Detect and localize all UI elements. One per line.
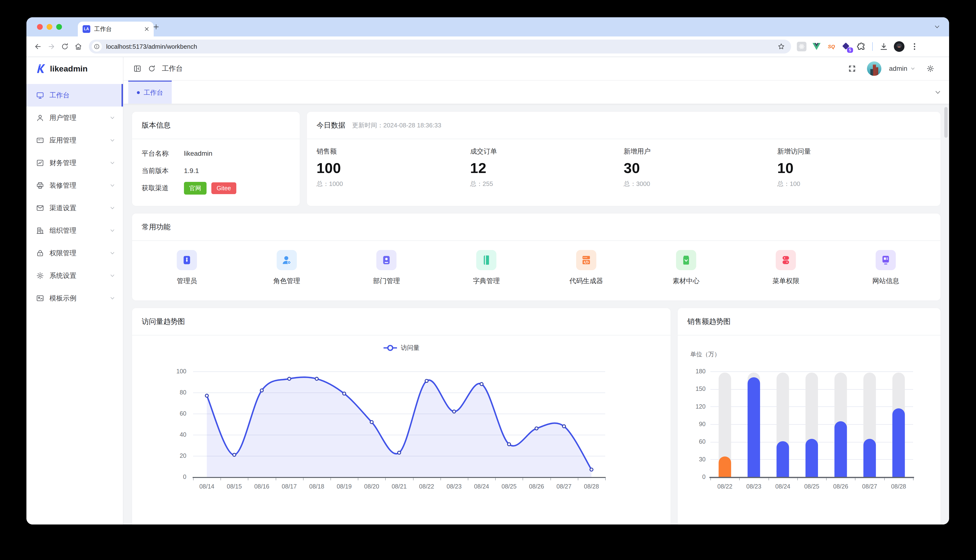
workbench-content: 版本信息 平台名称likeadmin当前版本1.9.1获取渠道官网Gitee 今… <box>124 104 949 525</box>
svg-text:08/25: 08/25 <box>804 483 819 490</box>
svg-text:20: 20 <box>180 452 186 459</box>
back-button[interactable] <box>31 40 45 53</box>
sidebar-item-组织管理[interactable]: 组织管理 <box>27 219 123 242</box>
user-icon <box>36 114 44 122</box>
browser-tab[interactable]: LA 工作台 <box>78 22 154 37</box>
quick-tile-部门管理[interactable]: 部门管理 <box>337 247 436 285</box>
page-tab-workbench[interactable]: 工作台 <box>128 81 172 103</box>
stat-value: 10 <box>777 160 931 177</box>
quick-tile-label: 菜单权限 <box>772 277 799 285</box>
sidebar-item-渠道设置[interactable]: 渠道设置 <box>27 197 123 219</box>
admin-icon <box>181 255 192 266</box>
tab-close-icon[interactable] <box>144 26 150 32</box>
charts-row: 访问量趋势图 访问量 02040608010008/1408/1508/1608… <box>132 308 941 525</box>
sidebar: likeadmin 工作台用户管理应用管理财务管理装修管理渠道设置组织管理权限管… <box>27 57 124 525</box>
forward-button[interactable] <box>45 40 58 53</box>
stat-block: 新增用户30总：3000 <box>624 147 777 188</box>
site-info-button[interactable] <box>92 42 102 52</box>
quick-tile-label: 字典管理 <box>473 277 500 285</box>
quick-tile-管理员[interactable]: 管理员 <box>137 247 237 285</box>
chevron-down-icon <box>110 205 115 211</box>
sq-extension-icon[interactable]: SQ <box>827 42 836 51</box>
quick-tile-角色管理[interactable]: 角色管理 <box>237 247 337 285</box>
svg-text:40: 40 <box>180 431 186 438</box>
active-tab-dot <box>137 91 140 94</box>
close-window-button[interactable] <box>37 24 43 30</box>
downloads-icon[interactable] <box>879 42 889 51</box>
monitor-icon <box>36 91 44 99</box>
admin-app: likeadmin 工作台用户管理应用管理财务管理装修管理渠道设置组织管理权限管… <box>27 57 949 525</box>
chevron-down-icon <box>110 115 115 121</box>
zoom-window-button[interactable] <box>56 24 62 30</box>
tabbar-chevron-down-icon[interactable] <box>934 89 941 96</box>
sidebar-item-应用管理[interactable]: 应用管理 <box>27 129 123 152</box>
quick-tile-网站信息[interactable]: 网站信息 <box>836 247 936 285</box>
svg-text:08/23: 08/23 <box>746 483 762 490</box>
version-card-title: 版本信息 <box>132 112 300 139</box>
sidebar-item-财务管理[interactable]: 财务管理 <box>27 152 123 174</box>
user-menu[interactable]: admin <box>889 65 916 72</box>
quick-tile-素材中心[interactable]: 素材中心 <box>636 247 736 285</box>
stat-total: 总：255 <box>470 180 624 188</box>
settings-button[interactable] <box>923 62 938 76</box>
channel-button-官网[interactable]: 官网 <box>184 182 207 195</box>
username: admin <box>889 65 907 72</box>
home-icon <box>74 42 82 51</box>
svg-text:120: 120 <box>695 403 705 410</box>
content-scrollbar-thumb[interactable] <box>944 107 948 138</box>
react-devtools-extension-icon[interactable] <box>797 42 806 51</box>
sidebar-item-系统设置[interactable]: 系统设置 <box>27 264 123 287</box>
quick-tile-菜单权限[interactable]: 菜单权限 <box>736 247 836 285</box>
browser-profile-avatar[interactable] <box>894 41 904 52</box>
menu-auth-icon <box>780 255 791 266</box>
collapse-icon <box>133 65 142 73</box>
svg-text:180: 180 <box>695 368 705 375</box>
screenshot-stage: LA 工作台 localhost:5173/admin/workbench SQ… <box>0 0 976 560</box>
department-icon <box>381 255 392 266</box>
new-tab-button[interactable] <box>152 23 160 31</box>
tab-search-icon[interactable] <box>934 23 941 30</box>
sidebar-item-用户管理[interactable]: 用户管理 <box>27 107 123 129</box>
sidebar-item-label: 模板示例 <box>50 294 76 303</box>
breadcrumb: 工作台 <box>162 64 183 73</box>
quick-tile-字典管理[interactable]: 字典管理 <box>436 247 536 285</box>
user-avatar[interactable] <box>867 62 881 76</box>
svg-text:60: 60 <box>699 438 705 445</box>
quick-tile-代码生成器[interactable]: 代码生成器 <box>536 247 636 285</box>
vue-devtools-extension-icon[interactable] <box>812 42 821 51</box>
minimize-window-button[interactable] <box>47 24 52 30</box>
sidebar-item-装修管理[interactable]: 装修管理 <box>27 174 123 197</box>
sidebar-item-工作台[interactable]: 工作台 <box>27 84 123 107</box>
home-button[interactable] <box>72 40 85 53</box>
logo-text: likeadmin <box>50 64 88 73</box>
stat-block: 成交订单12总：255 <box>470 147 624 188</box>
fullscreen-button[interactable] <box>845 62 859 76</box>
url-text[interactable]: localhost:5173/admin/workbench <box>106 43 777 50</box>
refresh-page-button[interactable] <box>145 62 159 76</box>
sidebar-item-模板示例[interactable]: 模板示例 <box>27 287 123 310</box>
collapse-sidebar-button[interactable] <box>130 62 145 76</box>
stat-label: 新增用户 <box>624 147 777 156</box>
window-controls <box>37 24 62 30</box>
version-row: 平台名称likeadmin <box>142 147 290 160</box>
version-row-label: 当前版本 <box>142 166 184 175</box>
sidebar-item-权限管理[interactable]: 权限管理 <box>27 242 123 264</box>
browser-menu-kebab-icon[interactable] <box>910 42 919 51</box>
url-bar[interactable]: localhost:5173/admin/workbench <box>89 40 791 53</box>
bookmark-star-icon[interactable] <box>777 42 785 51</box>
reload-icon <box>61 42 69 51</box>
sales-bar-chart: 030609012015018008/2208/2308/2408/2508/2… <box>678 335 941 498</box>
template-icon <box>36 294 44 302</box>
svg-text:08/23: 08/23 <box>447 483 462 490</box>
visits-line-chart: 02040608010008/1408/1508/1608/1708/1808/… <box>132 335 670 498</box>
quick-tile-label: 管理员 <box>177 277 197 285</box>
extensions-puzzle-icon[interactable] <box>856 42 866 51</box>
sidebar-item-label: 应用管理 <box>50 136 76 145</box>
channel-button-Gitee[interactable]: Gitee <box>211 182 236 194</box>
quick-card-title: 常用功能 <box>132 213 941 241</box>
extension-with-badge-icon[interactable]: 5 <box>842 42 851 51</box>
toolbar-divider <box>872 42 873 51</box>
stat-label: 新增访问量 <box>777 147 931 156</box>
reload-button[interactable] <box>58 40 72 53</box>
app-logo[interactable]: likeadmin <box>27 57 123 80</box>
